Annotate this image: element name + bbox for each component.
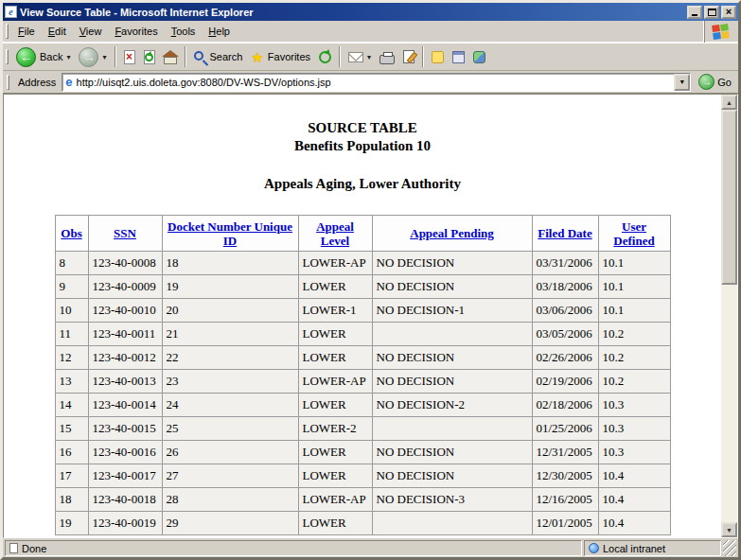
column-header-docket-number-unique-id[interactable]: Docket Number Unique ID [162,216,298,252]
table-cell: 10.3 [598,394,670,417]
scrollbar-thumb[interactable] [721,110,737,285]
table-cell: 12/01/2005 [532,512,598,535]
search-icon [194,51,203,61]
column-header-appeal-level[interactable]: Appeal Level [298,216,372,252]
resize-grip[interactable] [723,540,736,556]
messenger-button[interactable] [469,49,489,65]
discuss-button[interactable] [428,49,448,65]
toolbar-separator [422,46,424,67]
zone-text: Local intranet [603,543,665,554]
table-cell: 123-40-0012 [88,346,162,370]
table-cell: LOWER [298,394,372,417]
table-cell: LOWER [298,346,372,370]
table-cell: 10.3 [598,441,670,464]
history-button[interactable] [315,49,335,65]
forward-dropdown-icon[interactable]: ▾ [102,53,106,61]
maximize-button[interactable] [704,6,719,19]
home-button[interactable] [160,48,181,66]
stop-button[interactable]: × [120,48,139,66]
column-header-user-defined[interactable]: User Defined [598,216,670,252]
menu-file[interactable]: File [11,23,42,40]
menu-bar: File Edit View Favorites Tools Help [3,21,738,43]
table-cell: 20 [162,299,298,323]
toolbar-grip[interactable] [7,75,9,90]
table-cell: 26 [162,441,298,464]
minimize-button[interactable] [687,6,702,19]
title-bar[interactable]: e View Source Table - Microsoft Internet… [3,3,738,21]
back-dropdown-icon[interactable]: ▾ [66,53,70,61]
column-header-filed-date[interactable]: Filed Date [532,216,598,252]
menu-view[interactable]: View [73,23,109,40]
table-cell: 16 [55,441,88,464]
table-cell: 123-40-0011 [88,323,162,346]
column-header-link[interactable]: Docket Number Unique ID [168,219,292,248]
scroll-down-icon: ▼ [726,527,732,534]
address-dropdown-button[interactable]: ▾ [674,74,690,91]
go-label: Go [717,77,732,88]
table-cell: NO DECISION-1 [372,299,532,323]
print-button[interactable] [376,48,398,66]
vertical-scrollbar[interactable]: ▲ ▼ [721,95,737,537]
refresh-button[interactable] [140,48,159,66]
menu-tools[interactable]: Tools [165,23,203,40]
menu-help[interactable]: Help [202,23,237,40]
table-cell: 10.3 [598,417,670,441]
table-cell: 18 [162,252,298,275]
close-button[interactable]: × [721,6,736,19]
scroll-up-icon: ▲ [726,99,732,106]
toolbar-grip[interactable] [6,24,9,39]
table-cell: 10.4 [598,512,670,535]
favorites-label: Favorites [268,51,310,62]
scroll-up-button[interactable]: ▲ [721,95,737,110]
menu-favorites[interactable]: Favorites [108,23,164,40]
table-cell: NO DECISION-3 [372,488,532,512]
search-button[interactable]: Search [190,47,247,66]
edit-icon [403,50,415,63]
edit-button[interactable] [399,48,418,65]
table-cell: 29 [162,512,298,535]
table-cell: 18 [55,488,88,512]
table-cell: 10.1 [598,275,670,299]
table-cell: 12/30/2005 [532,464,598,488]
column-header-link[interactable]: Appeal Pending [410,226,494,240]
page-subtitle: Benefits Population 10 [4,137,721,155]
table-cell [372,323,532,346]
window-title: View Source Table - Microsoft Internet E… [20,7,684,18]
table-cell: 9 [55,275,88,299]
research-button[interactable] [449,49,468,65]
browser-window: e View Source Table - Microsoft Internet… [0,0,741,560]
table-cell: 24 [162,394,298,417]
intranet-zone-icon [589,543,599,553]
page-status-icon [9,543,18,553]
mail-button[interactable]: ▾ [344,50,375,64]
address-url[interactable]: http://uisqt2.uis.doleta.gov:8080/DV-WS-… [77,77,671,88]
column-header-link[interactable]: SSN [114,226,136,240]
table-cell: LOWER-1 [298,299,372,323]
table-cell: LOWER [298,512,372,535]
scroll-down-button[interactable]: ▼ [721,522,737,537]
table-cell: LOWER [298,275,372,299]
column-header-ssn[interactable]: SSN [88,216,162,252]
menu-edit[interactable]: Edit [42,23,73,40]
table-cell: 123-40-0014 [88,394,162,417]
address-input[interactable]: e http://uisqt2.uis.doleta.gov:8080/DV-W… [62,73,691,92]
column-header-link[interactable]: Filed Date [538,226,591,240]
address-bar: Address e http://uisqt2.uis.doleta.gov:8… [3,71,738,94]
column-header-appeal-pending[interactable]: Appeal Pending [372,216,532,252]
back-button[interactable]: ← Back ▾ [12,45,74,69]
column-header-link[interactable]: Appeal Level [316,219,354,248]
mail-dropdown-icon[interactable]: ▾ [367,53,371,61]
table-cell: LOWER [298,464,372,488]
column-header-obs[interactable]: Obs [55,216,88,252]
forward-button[interactable]: → ▾ [75,45,110,69]
column-header-link[interactable]: Obs [61,226,81,240]
table-cell: 10.2 [598,323,670,346]
toolbar-grip[interactable] [6,49,9,64]
table-cell: 10 [55,299,88,323]
messenger-icon [473,51,485,63]
table-cell: 01/25/2006 [532,417,598,441]
favorites-button[interactable]: ★ Favorites [247,48,314,66]
go-button[interactable]: → Go [695,74,735,90]
column-header-link[interactable]: User Defined [613,219,654,248]
discuss-icon [432,51,444,63]
